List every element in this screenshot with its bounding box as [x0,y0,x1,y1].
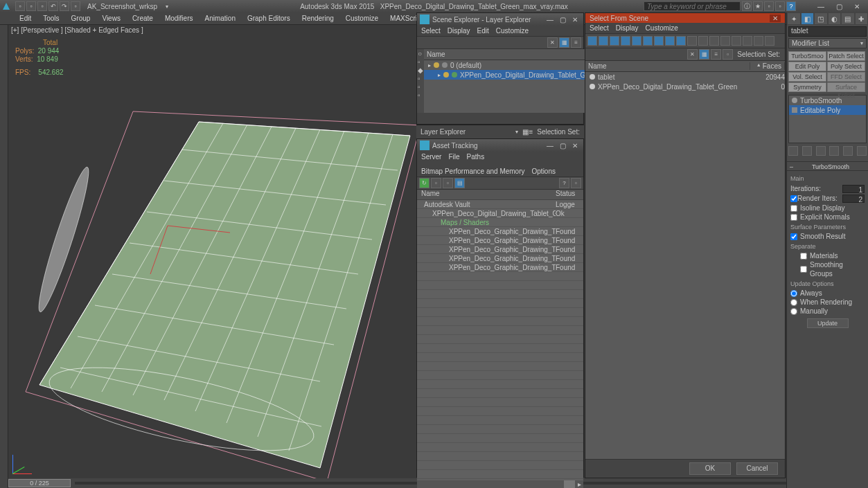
render-iters-check[interactable] [790,195,797,202]
asset-row[interactable]: XPPen_Deco_Graphic_Drawing_Tablet_gre...… [417,245,583,254]
se-filter-icon[interactable]: ○ [418,50,423,57]
time-handle[interactable]: 0 / 225 [8,479,71,487]
panel-close-icon[interactable]: ✕ [569,16,581,24]
stack-tool-icon[interactable] [802,146,812,156]
sfs-filter-icon[interactable] [654,36,664,46]
qat-undo-icon[interactable]: ↶ [48,1,58,11]
stack-tool-icon[interactable] [816,146,826,156]
se-menu-customize[interactable]: Customize [496,27,529,35]
asset-row[interactable]: Autodesk VaultLogge [417,200,583,209]
sfs-col-name[interactable]: Name [585,62,750,70]
sfs-close-icon[interactable]: ✕ [770,15,781,22]
qat-new-icon[interactable]: ▫ [15,1,25,11]
asset-row[interactable]: XPPen_Deco_Graphic_Drawing_Tablet_gre...… [417,227,583,236]
se-menu-display[interactable]: Display [448,27,470,35]
cancel-button[interactable]: Cancel [736,462,778,475]
stack-item[interactable]: Editable Poly [789,105,866,115]
object-name-input[interactable]: tablet [788,26,867,37]
menu-rendering[interactable]: Rendering [296,13,339,24]
close-button[interactable]: ✕ [849,1,865,11]
menu-graph-editors[interactable]: Graph Editors [242,13,296,24]
update-button[interactable]: Update [807,318,849,328]
minimize-button[interactable]: — [813,1,829,11]
at-col-name[interactable]: Name [417,190,556,199]
help-search-input[interactable] [644,1,741,11]
subobj-button[interactable]: Patch Select [827,51,865,61]
sfs-filter-icon[interactable] [587,36,597,46]
sfs-filter-icon[interactable] [665,36,675,46]
at-col-status[interactable]: Status [556,190,583,199]
at-tool-icon[interactable]: ▫ [431,178,441,188]
se-menu-select[interactable]: Select [421,27,441,35]
tab-create-icon[interactable]: ✦ [787,12,801,25]
panel-max-icon[interactable]: ▢ [557,142,568,150]
sfs-menu-display[interactable]: Display [616,24,639,32]
menu-animation[interactable]: Animation [199,13,240,24]
at-menu-server[interactable]: Server [421,153,441,161]
stack-config-icon[interactable] [857,146,867,156]
iterations-spinner[interactable]: 1 [842,185,865,193]
workspace-selector[interactable]: AK_Screenshot_wrksp▾ [87,3,168,10]
subobj-button[interactable]: Vol. Select [788,72,826,82]
hscroll-right-icon[interactable]: ▸ [575,480,583,488]
at-menu-file[interactable]: File [448,153,459,161]
exchange-icon[interactable]: ▫ [775,1,785,11]
update-render-radio[interactable]: When Rendering [790,298,865,307]
layer-explorer-label[interactable]: Layer Explorer [416,128,470,136]
isoline-check[interactable]: Isoline Display [790,204,865,213]
qat-redo-icon[interactable]: ↷ [60,1,69,11]
maximize-button[interactable]: ▢ [831,1,847,11]
subobj-button[interactable]: Edit Poly [788,62,826,71]
at-menu-options[interactable]: Options [532,168,556,175]
sfs-filter-icon[interactable] [743,36,752,46]
se-tool-icon[interactable]: ▦ [559,37,569,48]
subobj-button[interactable]: Symmetry [788,82,826,92]
info-icon[interactable]: ⓘ [742,1,752,11]
se-tool-icon[interactable]: ✕ [547,37,558,48]
scene-explorer-title[interactable]: Scene Explorer - Layer Explorer —▢✕ [417,13,583,26]
tab-modify-icon[interactable]: ◧ [801,12,815,25]
sfs-filter-icon[interactable] [610,36,619,46]
smgroups-check[interactable]: Smoothing Groups [800,260,865,278]
tab-motion-icon[interactable]: ◐ [828,12,842,25]
subobj-button[interactable]: Surface Select [827,82,865,92]
qat-save-icon[interactable]: ▫ [37,1,47,11]
sfs-col-faces[interactable]: ▲Faces [750,62,785,70]
update-manual-radio[interactable]: Manually [790,307,865,316]
qat-open-icon[interactable]: ▫ [26,1,36,11]
sfs-tool-icon[interactable]: ▫ [723,49,733,60]
sfs-filter-icon[interactable] [765,36,774,46]
stack-remove-icon[interactable] [843,146,853,156]
at-menu-paths[interactable]: Paths [467,153,485,161]
at-tool-icon[interactable]: ? [559,178,569,188]
stack-pin-icon[interactable] [788,146,798,156]
menu-customize[interactable]: Customize [340,13,384,24]
at-tool-icon[interactable]: ▤ [454,178,465,188]
sfs-filter-icon[interactable] [632,36,641,46]
sfs-filter-icon[interactable] [599,36,608,46]
sfs-filter-icon[interactable] [732,36,741,46]
at-tool-icon[interactable]: ▫ [571,178,581,188]
se-filter-icon[interactable]: ▫ [418,75,423,82]
panel-min-icon[interactable]: — [544,142,556,150]
sfs-filter-icon[interactable] [754,36,763,46]
subobj-button[interactable]: Poly Select [827,62,865,71]
se-col-name[interactable]: Name [424,51,599,58]
sfs-filter-icon[interactable] [709,36,719,46]
materials-check[interactable]: Materials [800,251,865,260]
modifier-stack[interactable]: TurboSmooth Editable Poly [788,95,867,143]
ok-button[interactable]: OK [689,462,731,475]
rollout-header[interactable]: TurboSmooth [787,161,868,171]
sfs-tool-icon[interactable]: ▦ [699,49,709,60]
se-filter-icon[interactable]: ▫ [418,91,423,99]
menu-tools[interactable]: Tools [37,13,64,24]
tab-display-icon[interactable]: ▤ [841,12,855,25]
sfs-filter-icon[interactable] [643,36,653,46]
se-filter-icon[interactable]: ▫ [418,58,423,66]
sfs-filter-icon[interactable] [621,36,630,46]
menu-views[interactable]: Views [96,13,126,24]
subobj-button[interactable]: TurboSmoo [788,51,826,61]
at-tool-icon[interactable]: ▫ [443,178,453,188]
asset-row[interactable]: Maps / Shaders [417,218,583,227]
asset-list[interactable]: Autodesk VaultLoggeXPPen_Deco_Digital_Dr… [417,200,583,480]
